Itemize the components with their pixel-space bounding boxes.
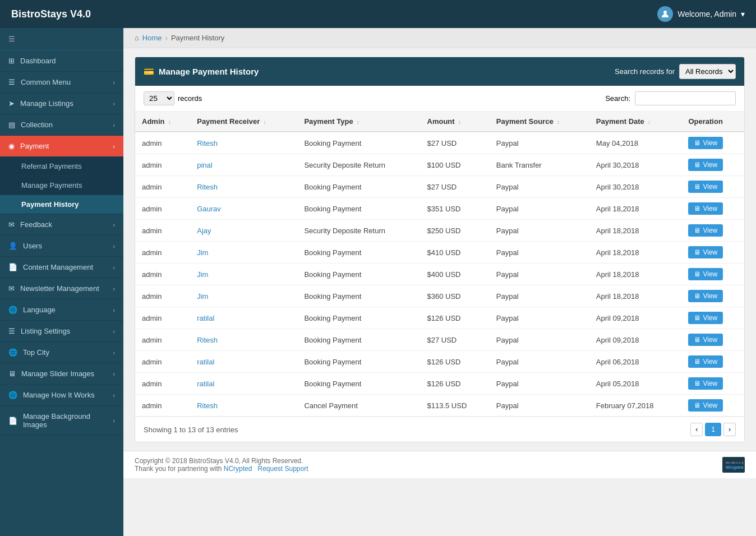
cell-receiver[interactable]: Ritesh bbox=[190, 176, 297, 198]
view-button[interactable]: 🖥 View bbox=[688, 355, 723, 368]
cell-date: April 09,2018 bbox=[589, 307, 682, 329]
chevron-right-icon: › bbox=[113, 285, 115, 292]
svg-text:NCrypted: NCrypted bbox=[726, 465, 744, 470]
support-link[interactable]: Request Support bbox=[257, 465, 308, 473]
table-header-row: Admin ↕ Payment Receiver ↕ Payment Type … bbox=[135, 112, 744, 132]
subitem-label: Manage Payments bbox=[21, 181, 82, 190]
sidebar-item-label: Manage How It Works bbox=[23, 391, 95, 399]
chevron-right-icon: › bbox=[113, 79, 115, 86]
sidebar-item-manage-how[interactable]: 🌐 Manage How It Works › bbox=[0, 385, 123, 406]
sidebar-toggle[interactable]: ☰ bbox=[0, 28, 123, 50]
cell-type: Cancel Payment bbox=[297, 395, 420, 417]
sidebar-item-dashboard[interactable]: ⊞ Dashboard bbox=[0, 50, 123, 72]
monitor-icon: 🖥 bbox=[694, 358, 700, 366]
search-input[interactable] bbox=[635, 91, 736, 105]
view-button[interactable]: 🖥 View bbox=[688, 312, 723, 324]
sidebar-item-label: Manage Listings bbox=[20, 99, 73, 108]
pagination-next[interactable]: › bbox=[723, 423, 736, 436]
cell-receiver[interactable]: Gaurav bbox=[190, 198, 297, 220]
user-avatar-icon bbox=[657, 6, 673, 22]
view-button[interactable]: 🖥 View bbox=[688, 224, 723, 237]
sidebar-item-manage-background[interactable]: 📄 Manage Background Images › bbox=[0, 406, 123, 436]
background-images-icon: 📄 bbox=[8, 417, 17, 425]
sidebar-item-label: Manage Background Images bbox=[23, 412, 113, 429]
sidebar-subitem-referral-payments[interactable]: Referral Payments bbox=[0, 157, 123, 176]
search-records-select[interactable]: All Records bbox=[679, 64, 736, 79]
sidebar-item-listing-settings[interactable]: ☰ Listing Settings › bbox=[0, 321, 123, 342]
sidebar-item-content-management[interactable]: 📄 Content Management › bbox=[0, 257, 123, 278]
sidebar-item-manage-slider[interactable]: 🖥 Manage Slider Images › bbox=[0, 363, 123, 385]
sidebar-item-label: Users bbox=[23, 242, 42, 250]
sidebar-item-language[interactable]: 🌐 Language › bbox=[0, 299, 123, 321]
subitem-label: Payment History bbox=[21, 200, 79, 209]
chevron-right-icon: › bbox=[113, 307, 115, 313]
cell-receiver[interactable]: ratilal bbox=[190, 351, 297, 373]
sidebar-item-label: Feedback bbox=[20, 220, 52, 229]
sidebar-item-collection[interactable]: ▤ Collection › bbox=[0, 114, 123, 136]
ncrypted-link[interactable]: NCrypted bbox=[224, 465, 252, 473]
cell-operation: 🖥 View bbox=[681, 132, 744, 154]
view-button[interactable]: 🖥 View bbox=[688, 334, 723, 346]
view-button[interactable]: 🖥 View bbox=[688, 202, 723, 215]
chevron-right-icon: › bbox=[113, 100, 115, 107]
view-button[interactable]: 🖥 View bbox=[688, 290, 723, 302]
cell-receiver[interactable]: Jim bbox=[190, 242, 297, 264]
cell-date: April 18,2018 bbox=[589, 242, 682, 264]
sidebar-item-newsletter[interactable]: ✉ Newsletter Management › bbox=[0, 278, 123, 299]
cell-type: Booking Payment bbox=[297, 242, 420, 264]
col-operation: Operation bbox=[681, 112, 744, 132]
view-button[interactable]: 🖥 View bbox=[688, 246, 723, 258]
view-button[interactable]: 🖥 View bbox=[688, 268, 723, 280]
cell-receiver[interactable]: Ajay bbox=[190, 220, 297, 242]
cell-receiver[interactable]: ratilal bbox=[190, 373, 297, 395]
per-page-select[interactable]: 25 50 100 bbox=[144, 91, 174, 105]
search-records-label: Search records for bbox=[615, 67, 675, 76]
view-button[interactable]: 🖥 View bbox=[688, 159, 723, 171]
chevron-down-icon[interactable]: ▾ bbox=[741, 10, 745, 19]
table-controls: 25 50 100 records Search: bbox=[135, 86, 744, 112]
sidebar-item-top-city[interactable]: 🌐 Top City › bbox=[0, 342, 123, 363]
cell-receiver[interactable]: Ritesh bbox=[190, 132, 297, 154]
cell-receiver[interactable]: pinal bbox=[190, 154, 297, 176]
cell-receiver[interactable]: Ritesh bbox=[190, 329, 297, 351]
sidebar-item-feedback[interactable]: ✉ Feedback › bbox=[0, 214, 123, 235]
payment-history-table: Admin ↕ Payment Receiver ↕ Payment Type … bbox=[135, 112, 744, 417]
view-button[interactable]: 🖥 View bbox=[688, 377, 723, 390]
pagination-prev[interactable]: ‹ bbox=[690, 423, 703, 436]
cell-source: Bank Transfer bbox=[490, 154, 589, 176]
view-button[interactable]: 🖥 View bbox=[688, 137, 723, 149]
sidebar-item-payment[interactable]: ◉ Payment ‹ bbox=[0, 136, 123, 157]
cell-date: May 04,2018 bbox=[589, 132, 682, 154]
cell-type: Booking Payment bbox=[297, 329, 420, 351]
cell-source: Paypal bbox=[490, 307, 589, 329]
view-button[interactable]: 🖥 View bbox=[688, 181, 723, 193]
svg-point-0 bbox=[663, 11, 667, 14]
sidebar-subitem-payment-history[interactable]: Payment History bbox=[0, 195, 123, 214]
cell-receiver[interactable]: Jim bbox=[190, 264, 297, 285]
cell-admin: admin bbox=[135, 154, 190, 176]
table-row: admin Ritesh Booking Payment $27 USD Pay… bbox=[135, 176, 744, 198]
cell-receiver[interactable]: Jim bbox=[190, 285, 297, 307]
table-head: Admin ↕ Payment Receiver ↕ Payment Type … bbox=[135, 112, 744, 132]
cell-source: Paypal bbox=[490, 285, 589, 307]
breadcrumb-home[interactable]: Home bbox=[142, 34, 162, 42]
monitor-icon: 🖥 bbox=[694, 314, 700, 322]
cell-amount: $360 USD bbox=[421, 285, 490, 307]
footer-copyright: Copyright © 2018 BistroStays V4.0, All R… bbox=[135, 457, 308, 473]
sidebar-item-label: Content Management bbox=[23, 263, 93, 271]
sidebar-subitem-manage-payments[interactable]: Manage Payments bbox=[0, 176, 123, 195]
cell-receiver[interactable]: Ritesh bbox=[190, 395, 297, 417]
pagination-page-1[interactable]: 1 bbox=[705, 423, 721, 436]
sidebar-item-users[interactable]: 👤 Users › bbox=[0, 235, 123, 257]
cell-admin: admin bbox=[135, 220, 190, 242]
cell-source: Paypal bbox=[490, 176, 589, 198]
sidebar-item-manage-listings[interactable]: ➤ Manage Listings › bbox=[0, 93, 123, 114]
monitor-icon: 🖥 bbox=[694, 205, 700, 212]
cell-receiver[interactable]: ratilal bbox=[190, 307, 297, 329]
chevron-right-icon: › bbox=[113, 122, 115, 128]
chevron-right-icon: › bbox=[113, 221, 115, 228]
sidebar-item-common-menu[interactable]: ☰ Common Menu › bbox=[0, 72, 123, 93]
view-button[interactable]: 🖥 View bbox=[688, 399, 723, 412]
payment-history-card: 💳 Manage Payment History Search records … bbox=[135, 57, 745, 442]
top-city-icon: 🌐 bbox=[8, 348, 17, 357]
